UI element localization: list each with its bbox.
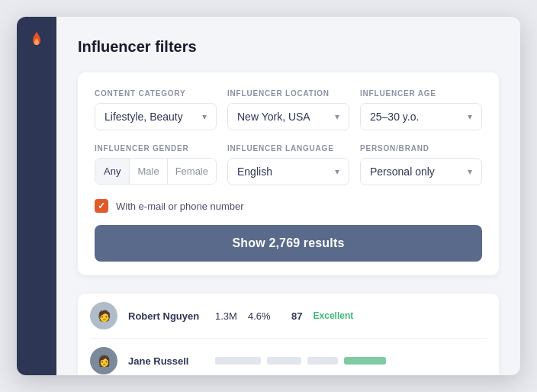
checkbox-label: With e-mail or phone number xyxy=(116,201,244,212)
result-badge: Excellent xyxy=(314,310,354,321)
checkmark-icon: ✓ xyxy=(98,201,105,211)
influencer-age-chevron-icon: ▾ xyxy=(468,111,472,122)
content-category-group: CONTENT CATEGORY Lifestyle, Beauty ▾ xyxy=(95,89,217,130)
sidebar xyxy=(17,17,56,375)
person-brand-group: PERSON/BRAND Personal only ▾ xyxy=(360,144,482,185)
gender-male-button[interactable]: Male xyxy=(130,159,167,184)
content-category-chevron-icon: ▾ xyxy=(202,111,207,122)
filter-row-1: CONTENT CATEGORY Lifestyle, Beauty ▾ INF… xyxy=(95,89,482,130)
influencer-age-label: INFLUENCER AGE xyxy=(360,89,482,98)
influencer-age-select[interactable]: 25–30 y.o. ▾ xyxy=(360,103,482,130)
avatar: 🧑 xyxy=(90,302,117,329)
table-row: 🧑 Robert Nguyen 1.3M 4.6% 87 Excellent xyxy=(90,294,487,339)
app-wrapper: Influencer filters CONTENT CATEGORY Life… xyxy=(17,17,520,375)
gender-female-button[interactable]: Female xyxy=(168,159,216,184)
person-brand-value: Personal only xyxy=(370,165,435,178)
avatar: 👩 xyxy=(90,347,117,374)
content-category-value: Lifestyle, Beauty xyxy=(105,111,183,123)
influencer-language-value: English xyxy=(237,165,272,178)
result-name: Robert Nguyen xyxy=(128,310,204,322)
table-row: 👩 Jane Russell xyxy=(90,339,487,375)
filter-card: CONTENT CATEGORY Lifestyle, Beauty ▾ INF… xyxy=(78,72,499,275)
person-brand-label: PERSON/BRAND xyxy=(360,144,482,153)
influencer-gender-label: INFLUENCER GENDER xyxy=(95,144,217,153)
influencer-age-value: 25–30 y.o. xyxy=(370,111,419,123)
influencer-location-select[interactable]: New York, USA ▾ xyxy=(227,103,349,130)
gender-toggle: Any Male Female xyxy=(95,158,217,185)
results-list: 🧑 Robert Nguyen 1.3M 4.6% 87 Excellent 👩… xyxy=(78,294,499,375)
page-title: Influencer filters xyxy=(78,38,499,56)
influencer-location-chevron-icon: ▾ xyxy=(335,111,339,122)
result-score: 87 xyxy=(281,310,303,322)
influencer-gender-group: INFLUENCER GENDER Any Male Female xyxy=(95,144,217,185)
flame-icon xyxy=(27,31,46,52)
checkbox-row: ✓ With e-mail or phone number xyxy=(95,199,482,213)
gender-any-button[interactable]: Any xyxy=(95,159,130,184)
result-followers: 1.3M xyxy=(215,310,237,322)
influencer-language-label: INFLUENCER LANGUAGE xyxy=(227,144,349,153)
result-engagement: 4.6% xyxy=(248,310,271,322)
influencer-location-value: New York, USA xyxy=(237,111,310,123)
influencer-language-chevron-icon: ▾ xyxy=(335,166,339,177)
person-brand-chevron-icon: ▾ xyxy=(468,166,472,177)
show-results-button[interactable]: Show 2,769 results xyxy=(95,225,482,262)
influencer-age-group: INFLUENCER AGE 25–30 y.o. ▾ xyxy=(360,89,482,130)
influencer-location-label: INFLUENCER LOCATION xyxy=(227,89,349,98)
main-content: Influencer filters CONTENT CATEGORY Life… xyxy=(56,17,520,375)
content-category-label: CONTENT CATEGORY xyxy=(95,89,217,98)
person-brand-select[interactable]: Personal only ▾ xyxy=(360,158,482,185)
influencer-location-group: INFLUENCER LOCATION New York, USA ▾ xyxy=(227,89,349,130)
filter-row-2: INFLUENCER GENDER Any Male Female INFLUE… xyxy=(95,144,482,185)
result-name: Jane Russell xyxy=(128,355,204,367)
influencer-language-select[interactable]: English ▾ xyxy=(227,158,349,185)
email-phone-checkbox[interactable]: ✓ xyxy=(95,199,108,213)
influencer-language-group: INFLUENCER LANGUAGE English ▾ xyxy=(227,144,349,185)
content-category-select[interactable]: Lifestyle, Beauty ▾ xyxy=(95,103,217,130)
